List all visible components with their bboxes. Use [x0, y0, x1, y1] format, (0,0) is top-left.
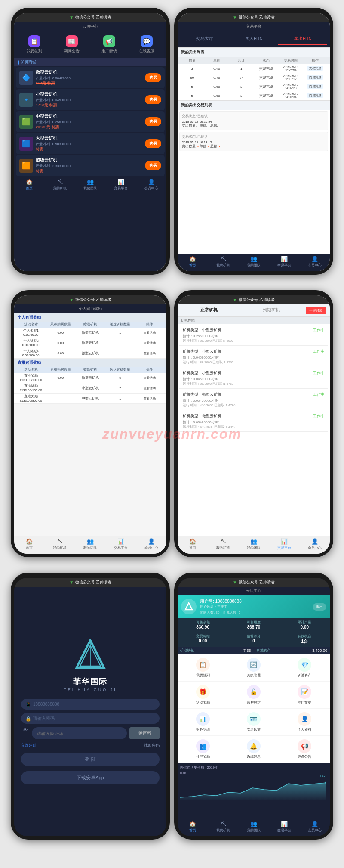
forgot-password-link[interactable]: 找回密码	[144, 743, 160, 748]
bnav3-team[interactable]: 👥 我的团队	[75, 538, 106, 550]
mini-stat-label-0: 矿池钱包	[180, 648, 194, 653]
bnav6-trade[interactable]: 📊 交易平台	[269, 821, 299, 833]
miner-status-4: 工作中	[313, 413, 325, 419]
row3-total: 3	[230, 94, 253, 98]
bnav3-myminer[interactable]: ⛏ 我的矿机	[45, 538, 75, 550]
tab-signin[interactable]: 📋 我要签到	[16, 34, 52, 56]
bnav-myminer[interactable]: ⛏ 我的矿机	[45, 179, 75, 191]
mine-info-4: 超级云矿机 产量/小时: 3.33330000 特惠	[36, 157, 142, 174]
login-button[interactable]: 登 陆	[21, 753, 160, 766]
tab-news[interactable]: 📰 新闻公告	[53, 34, 90, 56]
bnav2-trade[interactable]: 📊 交易平台	[269, 256, 299, 268]
miner-type-3: 矿机类型：微型云矿机	[183, 392, 221, 397]
bnav2-myminer[interactable]: ⛏ 我的矿机	[208, 256, 239, 268]
row1-action[interactable]: 交易完成	[304, 75, 327, 80]
miner-tab-expired[interactable]: 到期矿机	[240, 304, 302, 316]
mine-info-1: 小型云矿机 产量/小时: 0.04590000 1713元 特惠	[36, 91, 142, 108]
row1-total: 24	[230, 76, 253, 80]
phone-row-3: ▼ 微信公众号 乙帅读者 菲华国际 FEI HUA GUO JI 📱 🔒	[0, 565, 344, 847]
tab-promote[interactable]: 📢 推广赚钱	[91, 34, 127, 56]
bnav4-myminer[interactable]: ⛏ 我的矿机	[208, 538, 239, 550]
trade-tab-hall[interactable]: 交易大厅	[180, 34, 229, 45]
buy-btn-0[interactable]: 购买	[145, 73, 161, 82]
bnav2-team[interactable]: 👥 我的团队	[239, 256, 269, 268]
referral-row-2: 直推奖励3133.00/800.00 中型云矿机 1 查看活动	[14, 394, 166, 404]
buy-btn-1[interactable]: 购买	[145, 95, 161, 104]
miner-tab-normal[interactable]: 正常矿机	[178, 304, 240, 316]
menu-item-6[interactable]: 📊 财务明细	[178, 709, 228, 735]
bnav3-home[interactable]: 🏠 首页	[14, 538, 45, 550]
trade-tab-sell[interactable]: 卖出FHX	[278, 34, 327, 45]
menu-item-5[interactable]: 📝 推广文案	[280, 682, 330, 708]
bnav4-trade[interactable]: 📊 交易平台	[269, 538, 299, 550]
bnav-member[interactable]: 👤 会员中心	[136, 179, 166, 191]
collect-all-button[interactable]: 一键领取	[306, 307, 326, 314]
buy-btn-4[interactable]: 购买	[145, 161, 161, 170]
menu-item-9[interactable]: 👥 社群奖励	[178, 736, 228, 763]
buy-btn-3[interactable]: 购买	[145, 139, 161, 148]
mine-output-3: 产量/小时: 0.58330000	[36, 142, 142, 146]
stat-label-0: 可售余额	[180, 620, 226, 625]
logout-button[interactable]: 退出	[313, 603, 326, 611]
menu-icon-9: 👥	[196, 739, 210, 753]
menu-item-7[interactable]: 🪪 实名认证	[228, 709, 279, 735]
trade-row-1: 60 0.40 24 交易完成 2019-05-18 16:13:12 交易完成	[178, 73, 330, 82]
miner-type-2: 矿机类型：小型云矿机	[183, 370, 221, 376]
referral-row-0: 直推奖励1133.00/100.00 0.00 微型云矿机 5 查看活动	[14, 373, 166, 383]
download-button[interactable]: 下载安卓App	[21, 771, 160, 784]
row0-time: 2019-05-18 16:25:54	[279, 65, 302, 71]
bnav2-member[interactable]: 👤 会员中心	[299, 256, 330, 268]
menu-label-4: 账户解封	[247, 700, 261, 705]
password-input[interactable]	[21, 713, 160, 724]
tab-service[interactable]: 💬 在线客服	[128, 34, 165, 56]
col-total: 合计	[230, 58, 253, 63]
mine-info-2: 中型云矿机 产量/小时: 0.25690000 20135元 特惠	[36, 113, 142, 130]
register-link[interactable]: 立即注册	[21, 743, 37, 748]
bnav2-home[interactable]: 🏠 首页	[178, 256, 208, 268]
bnav4-team[interactable]: 👥 我的团队	[239, 538, 269, 550]
row2-action[interactable]: 交易完成	[304, 84, 327, 89]
stats-grid: 可售余额 830.90 可售股度 868.70 累计产量 0.00 交易冻结 0…	[178, 618, 330, 647]
menu-item-0[interactable]: 📋 我要签到	[178, 654, 228, 681]
menu-item-11[interactable]: 📢 更多公告	[280, 736, 330, 763]
bnav6-member[interactable]: 👤 会员中心	[299, 821, 330, 833]
captcha-input[interactable]	[32, 727, 127, 739]
bnav6-home[interactable]: 🏠 首页	[178, 821, 208, 833]
row3-action[interactable]: 交易完成	[304, 93, 327, 98]
phone-input[interactable]	[21, 699, 160, 710]
chart-section: FHX币历史价格 2019年 0.48	[178, 763, 330, 804]
order1-status: 交易状态: 已确认	[182, 134, 326, 139]
menu-item-10[interactable]: 🔔 系统消息	[228, 736, 279, 763]
captcha-image[interactable]: 验证码	[129, 727, 160, 739]
stat-value-2: 0.00	[282, 625, 328, 629]
bnav-home[interactable]: 🏠 首页	[14, 179, 45, 191]
bnav6-team[interactable]: 👥 我的团队	[239, 821, 269, 833]
mine-name-2: 中型云矿机	[36, 113, 142, 119]
stat-label-5: 有效机台	[282, 634, 328, 639]
menu-item-8[interactable]: 👤 个人资料	[280, 709, 330, 735]
bnav-team[interactable]: 👥 我的团队	[75, 179, 106, 191]
login-links: 立即注册 找回密码	[21, 743, 160, 748]
bnav6-myminer[interactable]: ⛏ 我的矿机	[208, 821, 239, 833]
buy-btn-2[interactable]: 购买	[145, 117, 161, 126]
bnav3-member[interactable]: 👤 会员中心	[136, 538, 166, 550]
phone1-main: 云贝中心 📋 我要签到 📰 新闻公告 📢 推广赚钱 �	[14, 22, 166, 271]
tab-signin-label: 我要签到	[27, 48, 42, 54]
menu-item-3[interactable]: 🎁 活动奖励	[178, 682, 228, 708]
menu-item-2[interactable]: 💎 矿池资产	[280, 654, 330, 681]
trade-tab-buy[interactable]: 买入FHX	[229, 34, 278, 45]
bnav4-member[interactable]: 👤 会员中心	[299, 538, 330, 550]
mine-icon-1: 🔹	[19, 93, 33, 107]
bnav3-trade[interactable]: 📊 交易平台	[105, 538, 136, 550]
stat-cell-1: 可售股度 868.70	[228, 618, 279, 632]
status-label-2: 微信公众号 乙帅读者	[239, 15, 275, 20]
stat-value-0: 830.90	[180, 625, 226, 629]
phone-row-1: ▼ 微信公众号 乙帅读者 云贝中心 📋 我要签到 📰 新闻公告 📢	[0, 0, 344, 282]
bnav4-home[interactable]: 🏠 首页	[178, 538, 208, 550]
row0-action[interactable]: 交易完成	[304, 66, 327, 71]
menu-item-4[interactable]: 🔓 账户解封	[228, 682, 279, 708]
home-icon: 🏠	[26, 179, 33, 185]
app-name: 菲华国际	[73, 676, 108, 687]
bnav-trade[interactable]: 📊 交易平台	[105, 179, 136, 191]
menu-item-1[interactable]: 🔄 兑换管理	[228, 654, 279, 681]
